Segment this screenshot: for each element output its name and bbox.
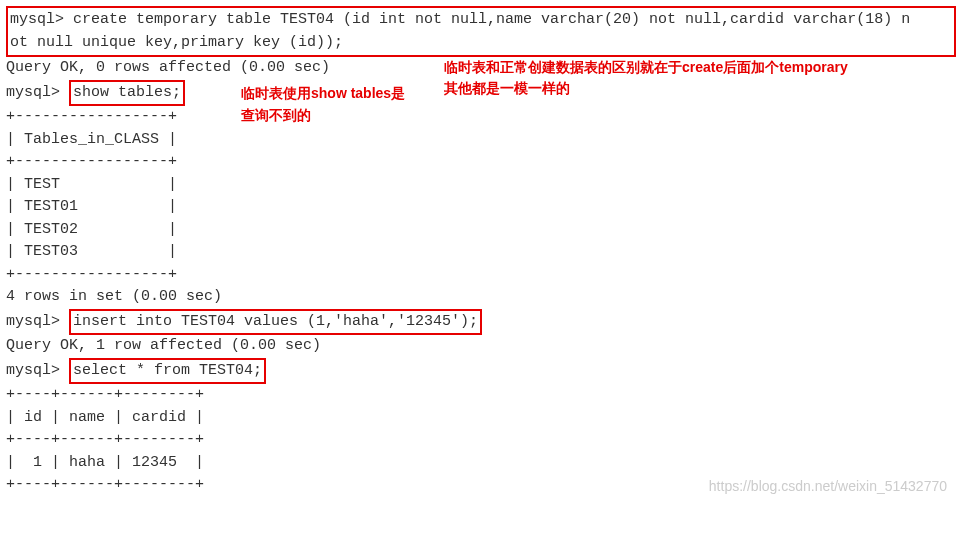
select-box: select * from TEST04; xyxy=(69,358,266,385)
line-select: mysql> select * from TEST04; xyxy=(6,358,953,385)
note-show-tables: 临时表使用show tables是查询不到的 xyxy=(241,82,411,127)
create-line1: mysql> create temporary table TEST04 (id… xyxy=(10,9,950,32)
prompt2: mysql> xyxy=(6,84,69,101)
table-row: | TEST | xyxy=(6,174,953,197)
tables-border-mid: +-----------------+ xyxy=(6,151,953,174)
select-border-mid: +----+------+--------+ xyxy=(6,429,953,452)
tables-border-bot: +-----------------+ xyxy=(6,264,953,287)
create-table-box: mysql> create temporary table TEST04 (id… xyxy=(6,6,956,57)
insert-box: insert into TEST04 values (1,'haha','123… xyxy=(69,309,482,336)
select-header: | id | name | cardid | xyxy=(6,407,953,430)
prompt3: mysql> xyxy=(6,313,69,330)
line-insert: mysql> insert into TEST04 values (1,'hah… xyxy=(6,309,953,336)
select-row: | 1 | haha | 12345 | xyxy=(6,452,953,475)
table-row: | TEST03 | xyxy=(6,241,953,264)
table-row: | TEST02 | xyxy=(6,219,953,242)
line-insert-result: Query OK, 1 row affected (0.00 sec) xyxy=(6,335,953,358)
show-tables-box: show tables; xyxy=(69,80,185,107)
table-row: | TEST01 | xyxy=(6,196,953,219)
create-line2: ot null unique key,primary key (id)); xyxy=(10,32,950,55)
tables-header: | Tables_in_CLASS | xyxy=(6,129,953,152)
select-border-top: +----+------+--------+ xyxy=(6,384,953,407)
line-show-tables: mysql> show tables; xyxy=(6,80,953,107)
watermark: https://blog.csdn.net/weixin_51432770 xyxy=(709,476,947,497)
prompt4: mysql> xyxy=(6,362,69,379)
rows-in-set-4: 4 rows in set (0.00 sec) xyxy=(6,286,953,309)
tables-border-top: +-----------------+ xyxy=(6,106,953,129)
